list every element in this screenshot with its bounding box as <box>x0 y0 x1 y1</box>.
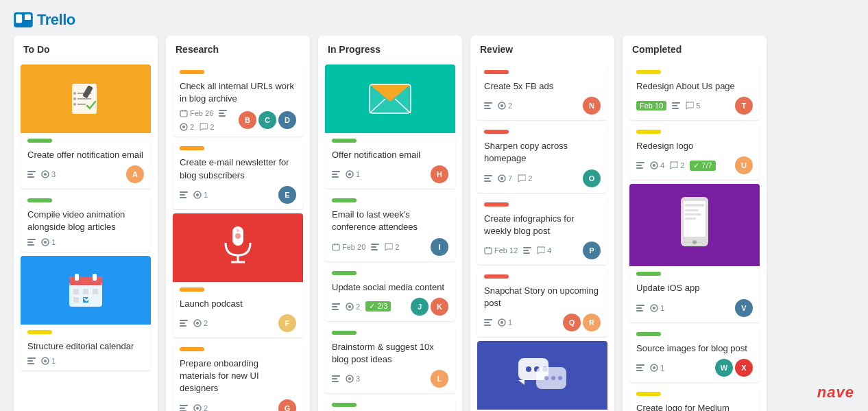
meta-list <box>332 170 340 178</box>
card-todo-2[interactable]: Compile video animation alongside blog a… <box>21 193 151 251</box>
avatars: V <box>735 299 753 317</box>
meta-watch: 1 <box>41 238 56 246</box>
svg-rect-31 <box>27 357 36 359</box>
card-res-2[interactable]: Create e-mail newsletter for blog subscr… <box>173 141 303 209</box>
svg-point-48 <box>196 193 199 196</box>
card-title: Sharpen copy across homepage <box>484 140 601 165</box>
card-image-chat <box>477 341 607 410</box>
card-res-4[interactable]: Prepare onboarding materials for new UI … <box>173 342 303 411</box>
card-com-3[interactable]: Update iOS app 1 V <box>629 184 760 322</box>
meta-list <box>27 357 36 365</box>
card-com-4[interactable]: Source images for blog post 1 W X <box>629 327 760 382</box>
card-ip-1[interactable]: Offer notification email 1 H <box>325 64 455 189</box>
card-body: Create offer notification email 3 A <box>21 133 151 189</box>
svg-rect-131 <box>672 108 679 109</box>
card-com-2[interactable]: Redesign logo 4 2 <box>629 124 760 180</box>
avatar: V <box>735 299 753 317</box>
card-title: Redesign About Us page <box>636 80 753 93</box>
card-body: Compile video animation alongside blog a… <box>21 193 151 251</box>
card-res-3[interactable]: Launch podcast 2 F <box>173 213 303 338</box>
card-label <box>180 287 204 292</box>
svg-rect-144 <box>636 305 644 306</box>
avatars: A <box>126 165 144 183</box>
card-rev-2[interactable]: Sharpen copy across homepage 7 2 <box>477 124 607 192</box>
meta-watch: 2 <box>498 102 512 110</box>
svg-rect-45 <box>180 194 185 196</box>
meta-list <box>484 174 492 183</box>
card-body: Check all internal URLs work in blog arc… <box>173 64 303 137</box>
meta-date: Feb 20 <box>332 243 365 251</box>
meta-watch: 4 <box>650 161 664 169</box>
svg-rect-39 <box>219 110 227 111</box>
card-todo-1[interactable]: Create offer notification email 3 A <box>21 64 151 189</box>
card-title: Create e-mail newsletter for blog subscr… <box>180 156 296 181</box>
card-rev-5[interactable]: Prompt comments on blog posts 1 S <box>477 341 607 411</box>
card-label <box>180 70 204 74</box>
meta-date: Feb 26 <box>180 109 213 117</box>
svg-rect-95 <box>484 102 492 104</box>
card-title: Email to last week's conference attendee… <box>332 209 448 233</box>
card-rev-1[interactable]: Create 5x FB ads 2 N <box>477 64 607 120</box>
card-res-1[interactable]: Check all internal URLs work in blog arc… <box>173 64 303 137</box>
card-ip-2[interactable]: Email to last week's conference attendee… <box>325 193 455 261</box>
column-title-review: Review <box>470 36 614 60</box>
svg-point-89 <box>348 377 351 380</box>
card-todo-3[interactable]: Structure editorial calendar 1 <box>21 256 151 371</box>
avatars: W X <box>715 359 753 377</box>
card-body: Snapchat Story on upcoming post 1 Q R <box>477 269 607 337</box>
svg-rect-12 <box>27 174 33 175</box>
svg-rect-150 <box>636 367 642 368</box>
column-research: Research Check all internal URLs work in… <box>166 36 310 411</box>
card-com-5[interactable]: Create logo for Medium 7 2 <box>629 386 760 411</box>
card-body: Structure editorial calendar 1 <box>21 325 151 371</box>
card-com-1[interactable]: Redesign About Us page Feb 10 5 T <box>629 64 760 120</box>
column-todo: To Do Create offer noti <box>14 36 158 411</box>
svg-rect-13 <box>27 176 34 178</box>
svg-rect-109 <box>523 250 529 251</box>
meta-list <box>636 304 644 312</box>
column-inprogress: In Progress Offer notification email <box>318 36 462 411</box>
card-title: Offer notification email <box>332 149 448 161</box>
column-title-completed: Completed <box>623 36 767 60</box>
svg-point-115 <box>501 321 503 324</box>
meta-watch: 2 <box>193 404 208 412</box>
card-body: Research weekly blog post and suggest im… <box>325 397 455 411</box>
meta-list <box>484 318 492 327</box>
avatars: I <box>431 238 448 256</box>
svg-rect-70 <box>332 174 337 175</box>
svg-rect-149 <box>636 364 644 366</box>
card-rev-3[interactable]: Create infographics for weekly blog post… <box>477 197 607 265</box>
svg-rect-87 <box>332 381 339 382</box>
meta-list <box>484 102 492 110</box>
card-label <box>636 392 661 396</box>
svg-rect-24 <box>75 274 79 281</box>
svg-rect-46 <box>180 197 186 198</box>
card-ip-5[interactable]: Research weekly blog post and suggest im… <box>325 397 455 411</box>
card-ip-4[interactable]: Brainstorm & suggest 10x blog post ideas… <box>325 325 455 393</box>
svg-rect-26 <box>73 289 79 294</box>
svg-rect-16 <box>27 239 36 240</box>
meta-watch: 1 <box>650 304 664 312</box>
card-ip-3[interactable]: Update social media content 2 ✓ 2/3 J <box>325 266 455 321</box>
svg-rect-111 <box>484 319 492 320</box>
meta-list <box>371 243 379 251</box>
meta-list <box>27 170 36 178</box>
meta-comment: 5 <box>686 102 700 110</box>
card-body: Update social media content 2 ✓ 2/3 J <box>325 266 455 321</box>
card-rev-4[interactable]: Snapchat Story on upcoming post 1 Q R <box>477 269 607 337</box>
card-title: Launch podcast <box>180 298 296 310</box>
svg-rect-85 <box>332 375 340 377</box>
header: Trello <box>7 7 861 36</box>
avatar: L <box>431 370 448 388</box>
card-image-microphone <box>173 213 303 282</box>
svg-rect-33 <box>27 363 34 364</box>
avatar: R <box>583 314 601 331</box>
card-title: Compile video animation alongside blog a… <box>27 209 144 233</box>
svg-rect-41 <box>219 115 226 117</box>
svg-point-122 <box>551 376 555 380</box>
card-label <box>27 330 52 334</box>
svg-rect-54 <box>180 320 188 321</box>
avatar: E <box>278 186 296 204</box>
avatars: T <box>735 97 753 115</box>
svg-rect-81 <box>332 306 337 307</box>
